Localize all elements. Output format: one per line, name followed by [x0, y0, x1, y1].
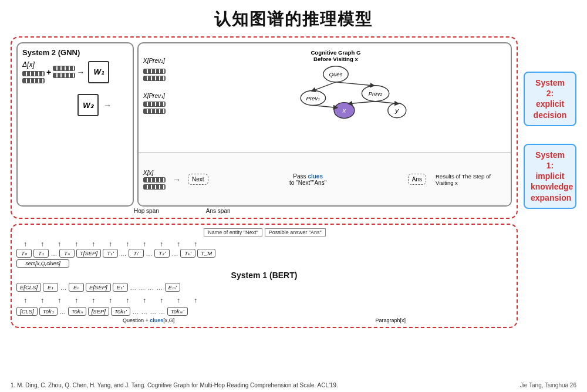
- sep-dots-b4: …: [150, 308, 157, 315]
- pass-clues-area: Pass cluesto "Next""Ans": [213, 173, 403, 186]
- up-arrow-5: ↑: [86, 240, 101, 248]
- x-embed-area: X[x]: [143, 170, 166, 190]
- arrow-to-next: →: [173, 175, 181, 184]
- svg-text:Cognitive Graph G: Cognitive Graph G: [311, 49, 360, 56]
- next-label: Next: [192, 176, 204, 183]
- sep-dots-1: …: [50, 250, 58, 257]
- sep-dots-3: …: [146, 250, 153, 257]
- sem-box: sem[x,Q,clues]: [16, 259, 69, 268]
- embed-line-4: [53, 73, 75, 78]
- svg-text:y: y: [394, 107, 399, 114]
- tok-tokn: Tokₙ: [68, 307, 86, 316]
- up-arrow-b9: ↑: [154, 296, 169, 305]
- up-arrow-1: ↑: [18, 240, 33, 248]
- sep-dots-e5: …: [156, 284, 163, 291]
- up-arrow-b4: ↑: [69, 296, 84, 305]
- cognitive-graph-svg: Cognitive Graph G Before Visiting x Ques…: [166, 47, 506, 129]
- tok-sep: [SEP]: [88, 307, 109, 316]
- token-row-bottom: [CLS] Tok₁ … Tokₙ [SEP] Tok₁' … … … … To…: [16, 307, 512, 316]
- tok-tip: Tᵢ': [129, 249, 144, 258]
- question-label: Question + clues[x,G]: [123, 317, 174, 323]
- system2-side-label: System 2: explicit decision: [524, 72, 576, 126]
- embed-prev1-1: [143, 102, 166, 107]
- sep-dots-e2: …: [130, 284, 137, 291]
- sep-dots-b5: …: [158, 308, 166, 315]
- cog-bottom: X[x] → Next Pass cluesto "N: [139, 153, 511, 205]
- embed-prev1: [143, 102, 166, 114]
- svg-line-14: [350, 102, 375, 104]
- gnn-title: System 2 (GNN): [22, 48, 129, 57]
- up-arrow-6: ↑: [103, 240, 118, 248]
- token-row-embed: E[CLS] E₁ … Eₙ E[SEP] E₁' … … … … Eₘ': [16, 283, 512, 292]
- tok-cls: [CLS]: [16, 307, 38, 316]
- arrow-w2-out: →: [103, 100, 112, 110]
- plus-sign: +: [46, 67, 51, 77]
- delta-box: Δ[x]: [22, 60, 45, 83]
- embed-lines-mid: [53, 66, 75, 78]
- sep-dots-e3: …: [139, 284, 146, 291]
- tok-en: Eₙ: [69, 283, 84, 292]
- delta-label: Δ[x]: [22, 60, 35, 69]
- tok-ecls: E[CLS]: [16, 283, 41, 292]
- up-arrow-3: ↑: [52, 240, 67, 248]
- arrows-from-bottom: ↑ ↑ ↑ ↑ ↑ ↑ ↑ ↑ ↑ ↑ ↑: [16, 294, 512, 305]
- svg-text:Prev₂: Prev₂: [369, 90, 383, 97]
- system1-side-label: System 1: implicit knowledge expansion: [524, 144, 576, 209]
- svg-line-16: [313, 105, 336, 107]
- up-arrow-b11: ↑: [188, 296, 203, 305]
- svg-text:x: x: [342, 107, 347, 114]
- paragraph-label: Paragraph[x]: [375, 317, 406, 323]
- embed-prev2: [143, 69, 166, 81]
- bert-rows: T₀ T₁ … Tₙ T[SEP] T₁' … Tᵢ' … T₂' … Tₖ' …: [16, 249, 512, 316]
- embed-x-2: [143, 184, 166, 190]
- gnn-row2: W₂ →: [22, 94, 129, 116]
- up-arrow-b3: ↑: [52, 296, 67, 305]
- up-arrow-7: ↑: [120, 240, 135, 248]
- token-row-top: T₀ T₁ … Tₙ T[SEP] T₁' … Tᵢ' … T₂' … Tₖ' …: [16, 249, 512, 258]
- tok-t1: T₁: [33, 249, 49, 258]
- svg-text:Prev₁: Prev₁: [306, 95, 320, 102]
- system1-box: Name of entity "Next" Possible answer "A…: [11, 224, 518, 328]
- tok-t0: T₀: [16, 249, 32, 258]
- ans-span-label: Ans span: [206, 208, 231, 214]
- footer-credit: Jie Tang, Tsinghua 26: [520, 382, 576, 388]
- entity-labels-row: Name of entity "Next" Possible answer "A…: [16, 228, 512, 236]
- system2-inner: System 2 (GNN) Δ[x] +: [16, 42, 512, 207]
- clues-text: clues: [308, 173, 323, 180]
- next-rect: Next: [188, 174, 208, 185]
- up-arrow-b2: ↑: [35, 296, 50, 305]
- up-arrow-b10: ↑: [171, 296, 186, 305]
- xprev2-label: X[Prev₂]: [143, 58, 166, 64]
- embed-line-3: [53, 66, 75, 71]
- tok-tok1: Tok₁: [39, 307, 58, 316]
- possible-ans-label: Possible answer "Ans": [265, 228, 326, 236]
- svg-text:Ques: Ques: [329, 71, 342, 77]
- sep-dots-b3: …: [141, 308, 148, 315]
- sep-dots-4: …: [171, 250, 178, 257]
- up-arrow-b8: ↑: [137, 296, 152, 305]
- svg-line-13: [336, 82, 373, 86]
- tok-tsep: T[SEP]: [76, 249, 101, 258]
- entity-next-label: Name of entity "Next": [204, 228, 262, 236]
- svg-line-15: [376, 102, 397, 104]
- tok-tn: Tₙ: [59, 249, 75, 258]
- cog-panel: X[Prev₂] X[Prev₁]: [137, 42, 512, 207]
- diagram-area: System 2 (GNN) Δ[x] +: [11, 36, 518, 383]
- sep-dots-b2: …: [132, 308, 139, 315]
- tok-e1p: E₁': [113, 283, 128, 292]
- embed-prev2-2: [143, 76, 166, 81]
- arrows-to-tokens: ↑ ↑ ↑ ↑ ↑ ↑ ↑ ↑ ↑ ↑ ↑: [16, 238, 512, 248]
- sep-dots-b1: …: [59, 308, 66, 315]
- tok-tkp: Tₖ': [180, 249, 195, 258]
- system1-title: System 1 (BERT): [16, 271, 512, 280]
- ans-rect: Ans: [408, 174, 426, 185]
- up-arrow-b6: ↑: [103, 296, 118, 305]
- embed-x-1: [143, 177, 166, 183]
- side-labels: System 2: explicit decision System 1: im…: [524, 36, 576, 383]
- tok-t1p: T₁': [103, 249, 118, 258]
- pass-clues-text: Pass cluesto "Next""Ans": [213, 173, 403, 186]
- main-content: System 2 (GNN) Δ[x] +: [0, 36, 587, 383]
- embed-lines-top: [22, 71, 45, 83]
- sep-dots-e4: …: [147, 284, 154, 291]
- page-title: 认知图谱的推理模型: [0, 0, 587, 36]
